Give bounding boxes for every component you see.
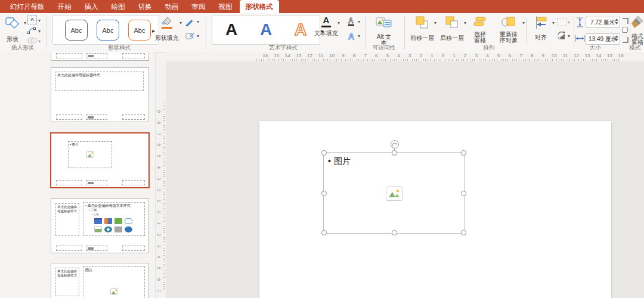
bring-forward-caret[interactable]: ▾ [434,20,436,26]
rotation-handle[interactable] [391,140,399,148]
handle-top-middle[interactable] [392,150,397,156]
thumb4-date-placeholder [56,246,82,251]
h-ruler-number: 7 [364,53,366,58]
align-caret[interactable]: ▾ [552,20,555,26]
shape-effects-caret[interactable]: ▾ [197,33,199,39]
rotate-objects-icon[interactable] [556,31,566,41]
format-pane-button[interactable]: 格式窗格 [631,14,644,45]
v-ruler-tick [163,199,165,200]
v-ruler-tick [163,103,165,103]
h-ruler-tick [479,59,479,61]
text-outline-icon[interactable]: A [346,16,357,27]
thumb5-picture-placeholder: 图片 [83,266,145,298]
handle-top-right[interactable] [461,150,466,156]
v-ruler-number: 5 [156,267,162,269]
master-thumbnail-3-selected[interactable]: • 图片 [50,132,150,188]
shape-outline-caret[interactable]: ▾ [197,19,199,24]
tab-9[interactable]: 形状格式 [240,0,279,13]
v-ruler-tick [163,159,165,159]
picture-placeholder[interactable]: • 图片 [323,152,465,234]
handle-middle-right[interactable] [461,191,466,196]
master-thumbnail-4[interactable]: 单击此处编辑母版标题样式 • 单击此处编辑母版文本样式 • 二级 • 三级 [51,198,149,253]
h-ruler-tick [401,59,401,61]
wordart-style-1[interactable]: A [219,19,243,41]
shape-fill-caret[interactable]: ▾ [179,20,182,26]
tab-2[interactable]: 开始 [52,0,78,13]
v-ruler-tick [163,282,165,283]
shapes-button[interactable]: 形状 [1,14,24,42]
format-pane-brush-icon [631,15,644,30]
shape-fill-button[interactable]: 形状填充 [154,14,180,41]
handle-bottom-middle[interactable] [392,230,397,235]
h-ruler-tick [363,59,364,61]
textbox-button[interactable]: A [27,15,37,24]
h-ruler-tick [278,59,279,61]
master-thumbnail-2[interactable]: 单击此处编辑母版标题样式 [51,67,149,122]
text-effects-icon[interactable]: A [346,31,357,42]
thumb4-body-placeholder: • 单击此处编辑母版文本样式 • 二级 • 三级 [83,202,145,236]
tab-4[interactable]: 绘图 [106,0,131,13]
shape-style-swatch-3[interactable]: Abc [128,20,151,41]
shape-height-spinner[interactable] [613,17,620,26]
wordart-style-2[interactable]: A [254,19,278,41]
wordart-style-3[interactable]: A [289,19,312,41]
tab-1[interactable]: 幻灯片母版 [4,0,51,13]
h-ruler-tick [372,59,373,61]
h-ruler-tick [296,59,297,61]
slide-thumbnail-panel: 单击此处编辑母版标题样式 • 图片 单击此处编辑母版标题样式 [0,52,156,298]
shape-fill-label: 形状填充 [154,35,180,41]
send-backward-caret[interactable]: ▾ [464,20,466,26]
shapes-caret[interactable]: ▾ [24,20,26,26]
slide-canvas[interactable]: • 图片 [259,121,611,298]
alt-text-button[interactable]: Alt 文本 [369,14,400,46]
send-backward-label: 后移一层 [438,35,466,41]
v-ruler-tick [163,194,165,195]
v-ruler-tick [163,176,165,177]
send-backward-button[interactable]: ▾ 后移一层 [438,14,466,41]
handle-middle-left[interactable] [321,191,327,196]
rotate-objects-caret[interactable]: ▾ [568,33,570,39]
wordart-gallery[interactable]: A A A [212,15,320,45]
mini-chart-icon [104,218,112,224]
v-ruler-tick [163,118,165,119]
text-fill-caret[interactable]: ▾ [338,20,340,26]
h-ruler-tick [483,59,484,61]
selection-pane-button[interactable]: 选择窗格 [467,14,493,44]
handle-bottom-left[interactable] [321,230,327,235]
tab-5[interactable]: 切换 [132,0,158,13]
h-ruler-tick [450,59,450,61]
shape-style-gallery[interactable]: Abc Abc Abc [52,15,159,45]
tab-8[interactable]: 视图 [213,0,239,13]
thumb1-footer-placeholder [86,53,107,58]
h-ruler-tick [317,59,317,61]
tab-3[interactable]: 插入 [79,0,104,13]
shape-width-spinner[interactable] [613,34,620,43]
h-ruler-tick [423,59,424,61]
h-ruler-tick [441,59,441,61]
handle-bottom-right[interactable] [461,230,466,235]
master-thumbnail-1[interactable] [51,52,149,61]
shape-effects-icon[interactable] [185,31,194,41]
align-button[interactable]: ▾ 对齐 [528,14,553,41]
text-fill-button[interactable]: A 文本填充 [312,14,340,36]
edit-points-icon[interactable] [27,26,36,35]
reorder-objects-button[interactable]: ▾ 重新排序对象 [494,14,524,44]
h-ruler-tick [263,59,264,61]
text-effects-caret[interactable]: ▾ [358,33,360,39]
edit-points-caret[interactable]: ▾ [38,29,41,34]
format-pane-label: 格式窗格 [631,33,644,45]
textbox-caret[interactable]: ▾ [38,18,41,23]
tab-7[interactable]: 审阅 [186,0,212,13]
v-ruler-tick [163,266,165,266]
reorder-objects-caret[interactable]: ▾ [522,20,525,26]
master-thumbnail-5[interactable]: 单击此处编辑母版标题样式 图片 [51,263,149,298]
shape-outline-icon[interactable] [185,17,194,26]
h-ruler-tick [434,59,435,61]
handle-top-left[interactable] [321,150,327,156]
tab-6[interactable]: 动画 [159,0,185,13]
text-outline-caret[interactable]: ▾ [358,19,360,24]
shape-style-swatch-1[interactable]: Abc [65,20,88,41]
h-ruler-tick [301,59,302,61]
bring-forward-button[interactable]: ▾ 前移一层 [408,14,436,41]
shape-style-swatch-2[interactable]: Abc [97,20,119,41]
